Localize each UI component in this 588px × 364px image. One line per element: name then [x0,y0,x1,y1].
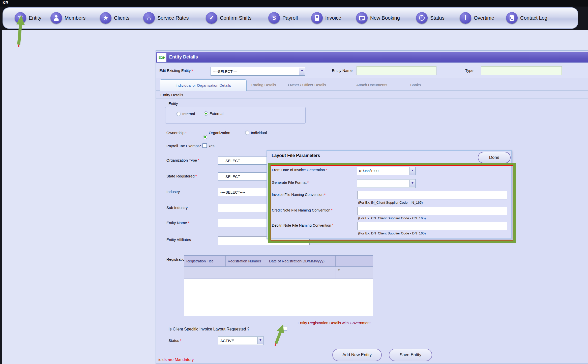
tab-label: Attach Documents [356,83,387,87]
left-edge-strip [0,30,2,364]
arrow-head [16,15,25,25]
select-value: ----SELECT---- [220,190,245,194]
toolbar-label: Payroll [282,15,298,21]
toolbar-item-service-rates[interactable]: ⌂ Service Rates [143,12,189,24]
toolbar-label: Entity [29,15,41,21]
label-text: Entity Name [166,221,187,225]
toolbar-item-status[interactable]: Status [416,12,445,24]
external-radio-label: External [210,111,223,116]
entity-name-label: Entity Name* [166,221,189,225]
application-window: KB ♛ Entity Members ★ Clients ⌂ Service … [0,0,588,364]
registration-footnote: Entity Registration Details with Governm… [291,321,377,325]
arrow-red-tip [275,343,277,346]
mandatory-fields-note: ields are Mandatory [158,357,194,362]
toolbar-label: New Booking [370,15,400,21]
annotation-highlight-inner-red [271,165,513,240]
popup-title: Layout File Parameters [272,153,320,158]
tab-attach-documents[interactable]: Attach Documents [356,79,387,90]
status-select[interactable]: ACTIVE [218,336,263,345]
toolbar-label: Service Rates [157,15,189,21]
section-divider [156,99,588,99]
table-row[interactable] [184,267,373,279]
edit-existing-entity-select[interactable]: ----SELECT---- [211,67,305,76]
arrow-red-tip [18,45,19,47]
label-text: Organization Type [166,158,197,162]
section-left-border [163,99,163,364]
toolbar-label: Clients [114,15,129,21]
label-text: Ownership [166,131,185,135]
window-titlebar: KB [0,0,588,7]
toolbar-label: Overtime [474,15,494,21]
individual-radio-label: Individual [251,131,267,135]
toolbar-label: Members [65,15,85,21]
edit-existing-entity-label: Edit Existing Entity* [159,68,193,73]
star-icon: ★ [100,12,111,24]
payroll-tax-exempt-label: Payroll Tax Exempt? [166,144,201,148]
toolbar-item-invoice[interactable]: Invoice [311,12,341,24]
tab-owner-officer-details[interactable]: Owner / Officer Details [288,79,326,90]
exclamation-icon: ! [460,12,471,24]
column-header-registration-number: Registration Number [226,256,267,267]
required-marker: * [188,221,189,225]
registration-table: Registration Title Registration Number D… [184,255,373,316]
state-registered-label: State Registered* [166,174,197,178]
tab-label: Owner / Officer Details [288,83,326,87]
external-radio[interactable] [204,111,208,116]
toolbar-item-members[interactable]: Members [50,12,85,24]
annotation-highlight-box [268,163,516,243]
toolbar-item-new-booking[interactable]: New Booking [356,12,400,24]
toolbar-item-overtime[interactable]: ! Overtime [460,12,494,24]
type-input[interactable] [481,66,562,75]
toolbar-item-clients[interactable]: ★ Clients [100,12,129,24]
clock-icon [416,12,428,24]
required-marker: * [180,338,182,343]
add-new-entity-button[interactable]: Add New Entity [332,349,382,361]
arrow-shaft [17,24,22,45]
app-logo: EOH [157,53,166,62]
trash-icon [339,270,339,275]
select-value: ----SELECT---- [213,69,238,74]
toolbar-item-payroll[interactable]: $ Payroll [268,12,298,24]
dialog-titlebar[interactable] [156,52,588,63]
chevron-down-icon[interactable] [257,337,263,344]
client-specific-invoice-layout-label: Is Client Specific Invoice Layout Reques… [168,327,249,331]
organization-type-label: Organization Type* [166,158,199,162]
done-button[interactable]: Done [478,152,511,163]
toolbar-item-confirm-shifts[interactable]: ✔ Confirm Shifts [206,12,252,24]
label-text: Status [168,338,179,343]
save-entity-button[interactable]: Save Entity [389,349,432,361]
chevron-down-icon[interactable] [299,68,305,75]
payroll-tax-exempt-checkbox[interactable] [202,143,207,148]
organization-radio[interactable] [203,135,207,139]
entity-name-header-label: Entity Name [325,68,352,73]
toolbar-grip-handle[interactable] [6,15,9,22]
entity-group-label: Entity [168,101,178,106]
tab-label: Individual or Organisation Details [175,83,231,87]
delete-row-button[interactable] [339,270,345,275]
invoice-document-icon [311,12,323,24]
tab-individual-or-organisation-details[interactable]: Individual or Organisation Details [160,79,247,91]
toolbar-label: Invoice [325,15,341,21]
toolbar-strip: ♛ Entity Members ★ Clients ⌂ Service Rat… [0,7,588,30]
entity-name-header-input[interactable] [357,66,436,75]
internal-radio[interactable] [177,112,181,116]
toolbar-item-contact-log[interactable]: Contact Log [506,12,547,24]
sub-industry-label: Sub Industry [166,205,188,210]
required-marker: * [185,131,187,135]
industry-label: Industry [166,190,180,194]
payroll-tax-yes-label: Yes [208,144,214,148]
label-text: Edit Existing Entity [159,68,191,73]
ownership-label: Ownership* [166,131,187,135]
organization-radio-label: Organization [209,131,230,135]
tab-banks[interactable]: Banks [410,79,421,90]
type-label: Type [465,68,474,73]
required-marker: * [195,174,197,178]
entity-affiliates-label: Entity Affiliates [166,237,191,242]
individual-radio[interactable] [245,131,249,135]
table-gridline [267,267,267,279]
column-header-registration-title: Registration Title [184,256,226,267]
column-header-actions [336,256,373,267]
book-icon [506,12,518,24]
tab-trading-details[interactable]: Trading Details [251,79,276,90]
internal-radio-label: Internal [182,112,195,116]
